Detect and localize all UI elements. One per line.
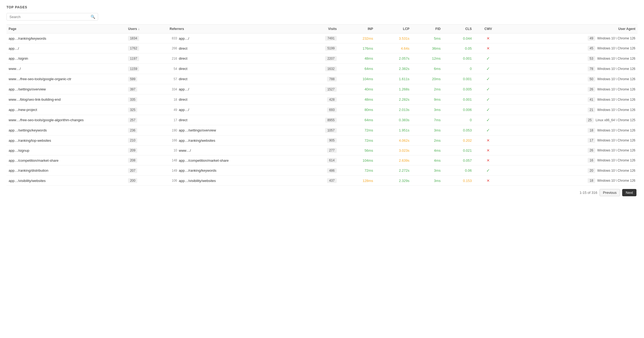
search-input[interactable] (9, 15, 91, 19)
cell-referrers: 106 app…/visibility/websites (167, 176, 302, 186)
cell-inp: 104ms (339, 156, 375, 165)
lcp-value: 3.023s (399, 148, 409, 153)
cell-inp: 48ms (339, 53, 375, 64)
ua-text: Windows 10 \ Chrome 126 (597, 108, 635, 112)
cell-lcp: 2.013s (375, 105, 412, 115)
users-badge: 599 (128, 77, 137, 82)
cell-referrers: 148 app…/competition/market-share (167, 156, 302, 165)
col-header-inp[interactable]: INP (339, 25, 375, 33)
inp-value: 48ms (364, 56, 373, 60)
table-row: app…/ 1762 266 direct 5199 176ms 4.64s 3… (6, 43, 638, 53)
cell-inp: 232ms (339, 33, 375, 43)
cell-visits: 2207 (302, 53, 339, 64)
cell-inp: 72ms (339, 125, 375, 136)
col-header-users[interactable]: Users ↓ (126, 25, 167, 33)
table-row: app…/ranking/keywords 1834 833 app…/ 749… (6, 33, 638, 43)
lcp-value: 2.329s (399, 179, 409, 183)
col-header-lcp[interactable]: LCP (375, 25, 412, 33)
cell-referrers: 54 direct (167, 64, 302, 74)
cell-referrers: 17 direct (167, 115, 302, 125)
users-badge: 257 (128, 118, 137, 123)
cell-cwv: ✕ (474, 146, 502, 156)
users-badge: 397 (128, 87, 137, 92)
cell-cls: 0.021 (443, 146, 474, 156)
cwv-fail-icon: ✕ (487, 158, 490, 163)
cls-value: 0.05 (465, 46, 472, 50)
visits-badge: 1632 (325, 66, 337, 71)
cell-lcp: 1.268s (375, 84, 412, 94)
referrer-text: app…/settings/overview (179, 128, 216, 132)
referrer-text: app…/ranking/websites (179, 138, 215, 143)
col-header-ua[interactable]: User Agent (502, 25, 638, 33)
referrer-text: direct (179, 77, 187, 81)
cell-ua: 49 Windows 10 \ Chrome 126 (502, 33, 638, 43)
cell-ua: 78 Windows 10 \ Chrome 126 (502, 64, 638, 74)
referrer-text: direct (179, 118, 187, 122)
cell-cls: 0 (443, 64, 474, 74)
section-title: TOP PAGES (6, 5, 638, 9)
cell-users: 236 (126, 125, 167, 136)
pagination-info: 1-15 of 316 (580, 191, 597, 195)
table-row: www…/free-seo-tools/google-organic-ctr 5… (6, 74, 638, 84)
cell-cwv: ✕ (474, 156, 502, 165)
cell-cls: 0.057 (443, 156, 474, 165)
search-bar[interactable]: 🔍 (6, 13, 98, 21)
cell-page: app…/competition/market-share (6, 156, 126, 165)
lcp-value: 2.639s (399, 158, 409, 163)
cell-visits: 277 (302, 146, 339, 156)
table-row: www…/ 1159 54 direct 1632 64ms 2.382s 6m… (6, 64, 638, 74)
page-container: TOP PAGES 🔍 Page Users ↓ Referrers Visit… (0, 0, 644, 203)
ua-count-badge: 78 (588, 66, 595, 71)
cell-ua: 18 Windows 10 \ Chrome 126 (502, 176, 638, 186)
cell-lcp: 1.611s (375, 74, 412, 84)
cell-cls: 0.001 (443, 94, 474, 105)
referrer-text: direct (179, 97, 187, 102)
visits-badge: 428 (327, 97, 337, 102)
lcp-value: 3.531s (399, 36, 409, 40)
cell-referrers: 833 app…/ (167, 33, 302, 43)
cell-inp: 64ms (339, 64, 375, 74)
cell-fid: 3ms (412, 105, 443, 115)
fid-value: 5ms (434, 36, 441, 40)
inp-value: 56ms (364, 148, 373, 153)
cell-ua: 21 Windows 10 \ Chrome 126 (502, 105, 638, 115)
cell-cwv: ✕ (474, 176, 502, 186)
col-header-cls[interactable]: CLS (443, 25, 474, 33)
col-header-page[interactable]: Page (6, 25, 126, 33)
col-header-referrers[interactable]: Referrers (167, 25, 302, 33)
referrer-count: 166 (170, 138, 177, 142)
cell-inp: 56ms (339, 146, 375, 156)
next-button[interactable]: Next (622, 189, 636, 196)
cell-lcp: 2.329s (375, 176, 412, 186)
cell-cwv: ✓ (474, 125, 502, 136)
cell-visits: 788 (302, 74, 339, 84)
col-header-visits[interactable]: Visits (302, 25, 339, 33)
cls-value: 0.153 (463, 179, 472, 183)
cell-fid: 2ms (412, 84, 443, 94)
cwv-fail-icon: ✕ (487, 178, 490, 183)
cls-value: 0.057 (463, 158, 472, 163)
visits-badge: 437 (327, 178, 337, 183)
cell-lcp: 2.382s (375, 64, 412, 74)
cell-lcp: 4.64s (375, 43, 412, 53)
referrer-count: 17 (170, 118, 177, 122)
ua-text: Windows 10 \ Chrome 126 (597, 148, 635, 152)
cell-users: 335 (126, 94, 167, 105)
visits-badge: 1057 (325, 128, 337, 133)
cell-lcp: 2.639s (375, 156, 412, 165)
lcp-value: 0.383s (399, 118, 409, 122)
cell-fid: 9ms (412, 94, 443, 105)
col-header-fid[interactable]: FID (412, 25, 443, 33)
visits-badge: 905 (327, 138, 337, 143)
cell-cwv: ✓ (474, 53, 502, 64)
cell-cls: 0.05 (443, 43, 474, 53)
previous-button[interactable]: Previous (600, 189, 620, 196)
lcp-value: 4.64s (401, 46, 409, 50)
lcp-value: 2.272s (399, 168, 409, 173)
cwv-pass-icon: ✓ (486, 66, 490, 71)
col-header-cwv[interactable]: CWV (474, 25, 502, 33)
cell-ua: 25 Linux x86_64 \ Chrome 125 (502, 115, 638, 125)
referrer-count: 57 (170, 77, 177, 81)
lcp-value: 2.382s (399, 67, 409, 71)
cls-value: 0.005 (463, 87, 472, 91)
